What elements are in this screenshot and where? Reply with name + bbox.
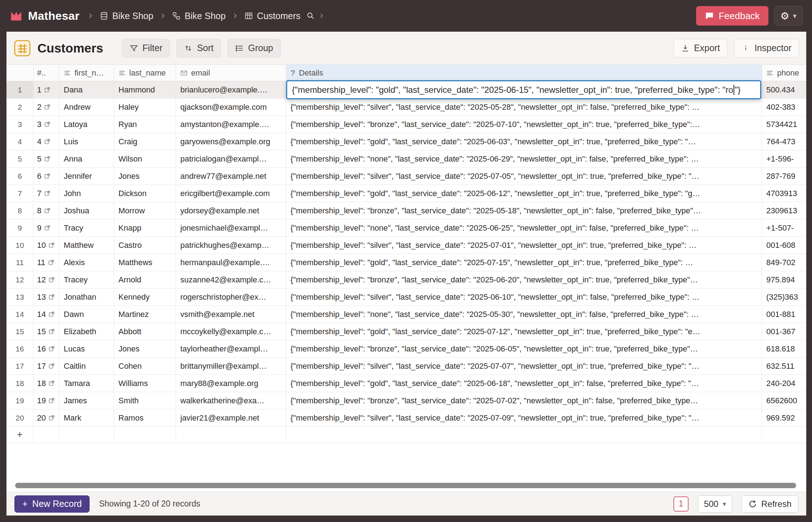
row-number-cell[interactable]: 8 xyxy=(6,202,33,219)
first-name-cell[interactable]: James xyxy=(59,392,114,409)
breadcrumb-search-button[interactable] xyxy=(306,12,325,20)
filter-button[interactable]: Filter xyxy=(122,39,170,58)
last-name-cell[interactable]: Abbott xyxy=(114,323,176,340)
email-cell[interactable]: qjackson@example.com xyxy=(176,99,286,115)
feedback-button[interactable]: Feedback xyxy=(696,6,768,26)
open-record-icon[interactable] xyxy=(44,138,51,145)
brand[interactable]: Mathesar xyxy=(9,9,80,23)
details-cell[interactable]: {"membership_level": "bronze", "last_ser… xyxy=(286,116,762,133)
open-record-icon[interactable] xyxy=(44,86,51,93)
id-cell[interactable]: 8 xyxy=(33,202,59,219)
id-cell[interactable]: 14 xyxy=(33,306,59,323)
id-cell[interactable]: 2 xyxy=(33,99,59,115)
row-number-cell[interactable]: 14 xyxy=(6,306,33,323)
breadcrumb-schema[interactable]: Bike Shop xyxy=(172,11,226,21)
last-name-cell[interactable]: Kennedy xyxy=(114,289,176,305)
id-cell[interactable]: 6 xyxy=(33,168,59,185)
column-header-id[interactable]: #.. xyxy=(33,65,59,81)
id-cell[interactable]: 16 xyxy=(33,340,59,357)
details-cell[interactable]: {"membership_level": "none", "last_servi… xyxy=(286,219,762,236)
email-cell[interactable]: walkerkatherine@exa… xyxy=(176,392,286,409)
first-name-cell[interactable]: Tracey xyxy=(59,271,114,288)
row-number-cell[interactable]: 10 xyxy=(6,237,33,254)
open-record-icon[interactable] xyxy=(44,224,51,231)
details-edit-input[interactable]: {"membership_level": "gold", "last_servi… xyxy=(286,80,761,99)
page-size-dropdown[interactable]: 500 ▾ xyxy=(698,495,732,513)
first-name-cell[interactable]: Alexis xyxy=(59,254,114,271)
last-name-cell[interactable]: Dickson xyxy=(114,185,176,202)
phone-cell[interactable]: 500.434 xyxy=(762,81,806,98)
id-cell[interactable]: 13 xyxy=(33,289,59,305)
horizontal-scrollbar[interactable] xyxy=(15,483,796,488)
add-record-row-button[interactable]: + xyxy=(6,427,33,443)
phone-cell[interactable]: 287-769 xyxy=(762,168,806,185)
sort-button[interactable]: Sort xyxy=(176,39,221,58)
email-cell[interactable]: garyowens@example.org xyxy=(176,133,286,150)
breadcrumb-table[interactable]: Customers xyxy=(244,11,301,21)
page-number-button[interactable]: 1 xyxy=(673,496,689,512)
phone-cell[interactable]: 240-204 xyxy=(762,375,806,392)
details-cell[interactable]: {"membership_level": "silver", "last_ser… xyxy=(286,358,762,375)
phone-cell[interactable]: 001-881 xyxy=(762,306,806,323)
email-cell[interactable]: suzanne42@example.c… xyxy=(176,271,286,288)
row-number-cell[interactable]: 9 xyxy=(6,219,33,236)
details-cell[interactable]: {"membership_level": "gold", "last_servi… xyxy=(286,323,762,340)
email-cell[interactable]: andrew77@example.net xyxy=(176,168,286,185)
last-name-cell[interactable]: Matthews xyxy=(114,254,176,271)
open-record-icon[interactable] xyxy=(44,155,51,162)
details-cell[interactable]: {"membership_level": "silver", "last_ser… xyxy=(286,409,762,426)
last-name-cell[interactable]: Knapp xyxy=(114,219,176,236)
email-cell[interactable]: taylorheather@exampl… xyxy=(176,340,286,357)
last-name-cell[interactable]: Jones xyxy=(114,168,176,185)
column-header-phone[interactable]: phone xyxy=(762,65,806,81)
details-cell[interactable]: {"membership_level": "gold", "last_servi… xyxy=(286,185,762,202)
details-cell[interactable]: {"membership_level": "silver", "last_ser… xyxy=(286,168,762,185)
row-number-cell[interactable]: 20 xyxy=(6,409,33,426)
inspector-button[interactable]: Inspector xyxy=(734,39,799,58)
details-cell[interactable]: {"membership_level": "bronze", "last_ser… xyxy=(286,202,762,219)
row-number-cell[interactable]: 3 xyxy=(6,116,33,133)
last-name-cell[interactable]: Jones xyxy=(114,340,176,357)
details-cell[interactable]: {"membership_level": "silver", "last_ser… xyxy=(286,237,762,254)
first-name-cell[interactable]: Dana xyxy=(59,81,114,98)
last-name-cell[interactable]: Ryan xyxy=(114,116,176,133)
last-name-cell[interactable]: Cohen xyxy=(114,358,176,375)
details-cell[interactable]: {"membership_level": "gold", "last_servi… xyxy=(286,133,762,150)
id-cell[interactable]: 15 xyxy=(33,323,59,340)
row-number-cell[interactable]: 17 xyxy=(6,358,33,375)
id-cell[interactable]: 7 xyxy=(33,185,59,202)
first-name-cell[interactable]: Lucas xyxy=(59,340,114,357)
phone-cell[interactable]: 6562600 xyxy=(762,392,806,409)
first-name-cell[interactable]: Dawn xyxy=(59,306,114,323)
open-record-icon[interactable] xyxy=(48,259,55,266)
row-number-cell[interactable]: 18 xyxy=(6,375,33,392)
open-record-icon[interactable] xyxy=(44,104,51,110)
row-number-cell[interactable]: 4 xyxy=(6,133,33,150)
row-number-cell[interactable]: 5 xyxy=(6,150,33,167)
first-name-cell[interactable]: Jennifer xyxy=(59,168,114,185)
phone-cell[interactable]: 618.618 xyxy=(762,340,806,357)
phone-cell[interactable]: (325)363 xyxy=(762,289,806,305)
row-number-cell[interactable]: 6 xyxy=(6,168,33,185)
email-cell[interactable]: brianlucero@example.… xyxy=(176,81,286,98)
open-record-icon[interactable] xyxy=(48,242,55,249)
column-header-rownum[interactable] xyxy=(6,65,33,81)
row-number-cell[interactable]: 7 xyxy=(6,185,33,202)
id-cell[interactable]: 10 xyxy=(33,237,59,254)
email-cell[interactable]: patrickhughes@examp… xyxy=(176,237,286,254)
open-record-icon[interactable] xyxy=(48,380,55,387)
email-cell[interactable]: jonesmichael@exampl… xyxy=(176,219,286,236)
email-cell[interactable]: mary88@example.org xyxy=(176,375,286,392)
details-cell[interactable]: {"membership_level": "bronze", "last_ser… xyxy=(286,271,762,288)
id-cell[interactable]: 12 xyxy=(33,271,59,288)
row-number-cell[interactable]: 11 xyxy=(6,254,33,271)
last-name-cell[interactable]: Williams xyxy=(114,375,176,392)
id-cell[interactable]: 11 xyxy=(33,254,59,271)
row-number-cell[interactable]: 15 xyxy=(6,323,33,340)
details-cell[interactable]: {"membership_level": "bronze", "last_ser… xyxy=(286,340,762,357)
last-name-cell[interactable]: Ramos xyxy=(114,409,176,426)
last-name-cell[interactable]: Morrow xyxy=(114,202,176,219)
phone-cell[interactable]: 001-608 xyxy=(762,237,806,254)
first-name-cell[interactable]: John xyxy=(59,185,114,202)
details-cell[interactable]: {"membership_level": "none", "last_servi… xyxy=(286,150,762,167)
